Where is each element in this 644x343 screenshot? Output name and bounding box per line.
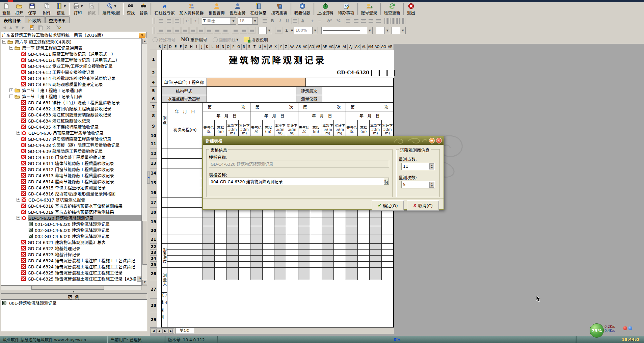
column-header[interactable]: AK xyxy=(354,44,361,50)
points-spinner[interactable]: 11 ▲▼ xyxy=(401,163,435,170)
sum-button[interactable]: Σ xyxy=(283,27,290,33)
observation-cell[interactable] xyxy=(274,226,286,235)
observation-cell[interactable] xyxy=(286,250,298,256)
label-point[interactable]: 测点 xyxy=(161,103,167,139)
column-header[interactable]: M xyxy=(215,44,221,50)
row-header[interactable]: 16 xyxy=(150,188,157,198)
tree-item[interactable]: GD-C4-611 隐蔽工程验收记录（通用表式一） xyxy=(1,51,141,57)
after-sales-button[interactable]: 售后服务 xyxy=(227,2,248,16)
initial-elevation-cell[interactable] xyxy=(167,208,203,217)
column-header[interactable]: N xyxy=(220,44,226,50)
row-header[interactable]: 12 xyxy=(150,149,157,159)
initial-elevation-cell[interactable] xyxy=(167,217,203,226)
merge-cells-icon[interactable] xyxy=(157,27,164,34)
row-header[interactable]: 7 xyxy=(150,103,157,111)
observation-cell[interactable] xyxy=(215,256,226,262)
row-header[interactable]: 10 xyxy=(150,132,157,139)
line-spacing-decrease-icon[interactable] xyxy=(240,27,247,34)
tree-item[interactable]: GD-C4-6311 墙体节能隐蔽工程质量验收记录 xyxy=(1,160,141,166)
column-header[interactable]: AA xyxy=(289,44,295,50)
decrease-font-button[interactable]: − xyxy=(316,18,323,24)
observation-cell[interactable] xyxy=(334,235,346,244)
column-header[interactable]: V xyxy=(263,44,268,50)
row-header[interactable]: 19 xyxy=(150,217,157,226)
unmerge-cells-icon[interactable] xyxy=(165,27,172,34)
special-char-button[interactable]: 特 xyxy=(384,178,389,185)
observation-cell[interactable] xyxy=(346,256,358,262)
line-style-combo[interactable]: ▼ xyxy=(321,27,373,34)
first-page-icon[interactable]: |◀ xyxy=(150,328,156,334)
sidebar-splitter[interactable]: ◀ xyxy=(147,16,150,336)
observation-cell[interactable] xyxy=(250,244,262,250)
observation-cell[interactable] xyxy=(298,268,310,280)
observation-cell[interactable] xyxy=(263,217,274,226)
point-number-cell[interactable] xyxy=(161,159,167,168)
tab-form-catalog[interactable]: 表格目录 xyxy=(0,16,24,23)
row-header[interactable]: 27 xyxy=(150,280,157,299)
tree-item[interactable]: GD-C4-6319 基坑支护结构顶部沉降监测结果 xyxy=(1,209,141,215)
scroll-thumb[interactable] xyxy=(31,286,104,290)
vertical-text-3[interactable] xyxy=(399,18,406,24)
observation-cell[interactable] xyxy=(298,217,310,226)
last-page-icon[interactable]: ▶| xyxy=(168,328,174,334)
observation-cell[interactable] xyxy=(286,235,298,244)
dialog-title-bar[interactable]: 新建表格 ▬ ✕ xyxy=(203,136,444,145)
observation-cell[interactable] xyxy=(227,244,239,250)
observation-cell[interactable] xyxy=(227,250,239,256)
column-header[interactable]: H xyxy=(189,44,194,50)
observation-cell[interactable] xyxy=(358,235,370,244)
tree-item[interactable]: +GD-C4-636 吊顶隐蔽工程质量验收记录 xyxy=(1,130,141,136)
label-settlement-layout[interactable]: 沉降观测点布 xyxy=(161,293,167,327)
obs-ordinal-header[interactable]: 第次 xyxy=(346,103,394,111)
tree-item[interactable]: −第六章 施工过程记录(C4类表) xyxy=(1,38,141,45)
undo-icon[interactable]: ↶ xyxy=(183,18,191,24)
tree-item[interactable]: GD-C4-614 检验批现场验收检查测试原始记录 xyxy=(1,75,141,81)
observation-cell[interactable] xyxy=(203,250,215,256)
observation-cell[interactable] xyxy=(310,217,322,226)
tree-item[interactable]: GD-C4-638 饰面板（砖）隐蔽工程质量验收记录 xyxy=(1,142,141,148)
observation-cell[interactable] xyxy=(263,250,274,256)
point-number-cell[interactable] xyxy=(161,168,167,178)
dialog-close-icon[interactable]: ✕ xyxy=(436,138,442,143)
row-header[interactable]: 24 xyxy=(150,256,157,262)
observation-cell[interactable] xyxy=(250,250,262,256)
obs-ordinal-header[interactable]: 第次 xyxy=(203,103,250,111)
initial-elevation-cell[interactable] xyxy=(167,226,203,235)
column-header[interactable]: Z xyxy=(284,44,289,50)
border-icon[interactable] xyxy=(275,27,283,34)
observation-cell[interactable] xyxy=(239,262,250,268)
column-header[interactable]: R xyxy=(242,44,247,50)
column-header[interactable]: C xyxy=(163,44,168,50)
column-header[interactable]: AO xyxy=(374,44,380,50)
new-button[interactable]: 新建 xyxy=(0,2,13,16)
initial-elevation-cell[interactable] xyxy=(167,168,203,178)
observation-cell[interactable] xyxy=(263,262,274,268)
observation-cell[interactable] xyxy=(215,235,226,244)
point-number-cell[interactable] xyxy=(161,217,167,226)
observation-cell[interactable] xyxy=(286,226,298,235)
increase-font-button[interactable]: + xyxy=(309,18,316,24)
chevron-down-icon[interactable]: ▼ xyxy=(137,276,142,282)
tree-item[interactable]: GD-C4-613 工程中间交接验收记录 xyxy=(1,69,141,75)
chevron-down-icon[interactable]: ▼ xyxy=(81,5,83,8)
merge-across-icon[interactable] xyxy=(173,27,181,34)
observation-cell[interactable] xyxy=(346,250,358,256)
observation-cell[interactable] xyxy=(358,250,370,256)
initial-elevation-cell[interactable] xyxy=(167,268,203,280)
observation-cell[interactable] xyxy=(227,262,239,268)
example-item[interactable]: 001-建筑物沉降观测记录 xyxy=(1,300,147,306)
observation-cell[interactable] xyxy=(227,256,239,262)
observation-cell[interactable] xyxy=(239,217,250,226)
sheet-tab[interactable]: 第1页 xyxy=(176,328,194,334)
chevron-down-icon[interactable]: ▼ xyxy=(114,5,116,8)
row-header[interactable]: 15 xyxy=(150,178,157,188)
column-header[interactable]: O xyxy=(226,44,231,50)
font-color-button[interactable]: A xyxy=(299,18,306,24)
tree-item[interactable]: GD-C4-637 轻质隔墙隐蔽工程质量验收记录 xyxy=(1,136,141,142)
column-header[interactable]: W xyxy=(268,44,273,50)
chevron-down-icon[interactable]: ▼ xyxy=(266,27,272,34)
tree-item[interactable]: GD-C4-6325 锤击沉管混凝土灌注桩工程施工记录【A3横▼ xyxy=(1,275,141,282)
observation-cell[interactable] xyxy=(322,262,334,268)
observation-cell[interactable] xyxy=(382,262,394,268)
renumber-button[interactable]: NO 重新编号 xyxy=(181,36,207,43)
